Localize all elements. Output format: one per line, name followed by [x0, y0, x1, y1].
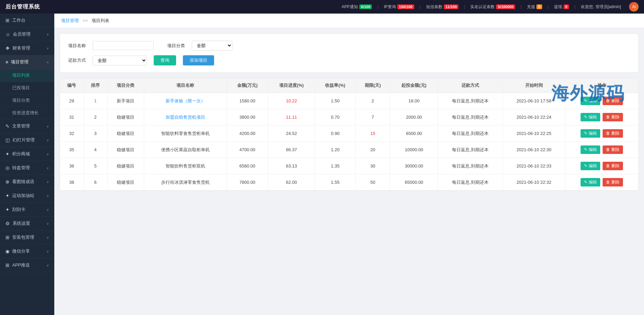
delete-button-4[interactable]: 🗑 删除 [603, 162, 623, 170]
cell-period-3: 20 [356, 142, 390, 158]
user-menu[interactable]: 欢迎您, 管理员[admin] [581, 4, 621, 10]
delete-button-1[interactable]: 🗑 删除 [603, 113, 623, 121]
table-row: 38 6 稳健项目 步行街冰淇淋零食售货机 7800.00 62.00 1.55… [60, 174, 638, 191]
table-row: 36 5 稳健项目 智能饮料售货柜双机 6580.00 63.13 1.35 3… [60, 158, 638, 174]
edit-button-0[interactable]: ✎ 编辑 [581, 97, 600, 105]
sidebar-sub-growth[interactable]: 投资进度增长 [0, 107, 54, 119]
sidebar-label-points: 积分商城 [12, 151, 46, 157]
col-actions: 操作 [565, 78, 638, 93]
page-content: 项目名称 项目分类 全部 新手项目 稳健项目 还款方式 全部 每日返息,到期还本… [54, 28, 644, 196]
cell-progress-0[interactable]: 10.22 [268, 93, 315, 109]
cell-period-5: 50 [356, 174, 390, 191]
query-button[interactable]: 查询 [154, 55, 176, 65]
points-icon: ✦ [5, 151, 10, 157]
turntable-arrow-icon: ∨ [46, 166, 49, 170]
add-project-button[interactable]: 添加项目 [183, 55, 214, 65]
cell-name-5: 步行街冰淇淋零食售货机 [144, 174, 227, 191]
sidebar-label-sports: 运动加油站 [12, 193, 46, 199]
cell-amount-0: 1580.00 [227, 93, 268, 109]
col-rate: 收益率(%) [315, 78, 355, 93]
sidebar-item-sports[interactable]: ✦ 运动加油站 ∨ [0, 189, 54, 203]
sidebar-sub-ended[interactable]: 已投项目 [0, 82, 54, 94]
cell-name-1[interactable]: 加盟自助售货机项目 [144, 109, 227, 125]
project-table-container: 海外源码 编号 排序 项目分类 项目名称 金额(万元) 项目进度(%) 收益率(… [60, 78, 639, 191]
filter-repay-label: 还款方式 [68, 57, 86, 63]
badge-withdraw: 0 [564, 4, 569, 9]
sidebar-label-finance: 财务管理 [13, 45, 46, 51]
filter-repay-select[interactable]: 全部 每日返息,到期还本 到期还本付息 [93, 56, 147, 65]
col-progress: 项目进度(%) [268, 78, 315, 93]
filter-category-select[interactable]: 全部 新手项目 稳健项目 [192, 41, 232, 51]
breadcrumb-parent[interactable]: 项目管理 [61, 18, 79, 23]
cell-id-1: 31 [60, 109, 83, 125]
cell-id-5: 38 [60, 174, 83, 191]
cell-rate-2: 0.90 [315, 125, 355, 142]
sidebar-item-slideshow[interactable]: ◫ 幻灯片管理 ∨ [0, 133, 54, 147]
sidebar-item-settings[interactable]: ⚙ 系统设置 ∨ [0, 217, 54, 231]
cell-repay-1: 每日返息,到期还本 [438, 109, 503, 125]
scratch-arrow-icon: ∨ [46, 208, 49, 212]
delete-button-3[interactable]: 🗑 删除 [603, 145, 623, 154]
sidebar-item-member[interactable]: ☺ 会员管理 ∨ [0, 27, 54, 41]
edit-button-5[interactable]: ✎ 编辑 [581, 178, 600, 186]
edit-button-3[interactable]: ✎ 编辑 [581, 145, 600, 154]
edit-button-2[interactable]: ✎ 编辑 [581, 129, 600, 138]
nav-withdraw-label: 提现 [554, 4, 562, 10]
sidebar-label-settings: 系统设置 [13, 220, 46, 227]
sidebar-item-picture-idiom[interactable]: ⊕ 看图猜成语 ∨ [0, 175, 54, 189]
cell-name-3: 便携小区果蔬自取柜单机 [144, 142, 227, 158]
sidebar-item-points[interactable]: ✦ 积分商城 ∨ [0, 147, 54, 161]
cell-sort-0[interactable]: 1 [83, 93, 107, 109]
edit-button-1[interactable]: ✎ 编辑 [581, 113, 600, 121]
sidebar-sub-project-list[interactable]: 项目列表 [0, 69, 54, 82]
delete-button-5[interactable]: 🗑 删除 [603, 178, 623, 186]
nav-ip-query: IP查询 100/100 [384, 4, 414, 10]
sidebar-item-article[interactable]: ✎ 文章管理 ∨ [0, 119, 54, 133]
cell-actions-2: ✎ 编辑 🗑 删除 [565, 125, 638, 142]
col-name: 项目名称 [144, 78, 227, 93]
col-id: 编号 [60, 78, 83, 93]
cell-period-2[interactable]: 15 [356, 125, 390, 142]
cell-category-0: 新手项目 [107, 93, 144, 109]
cell-min-invest-2: 6500.00 [390, 125, 438, 142]
sidebar-item-package[interactable]: ⊞ 安装包管理 ∨ [0, 231, 54, 244]
cell-name-0[interactable]: 新手体验（限一次） [144, 93, 227, 109]
sidebar-label-wechat: 微信分享 [12, 248, 46, 254]
delete-button-0[interactable]: 🗑 删除 [603, 97, 623, 105]
sidebar-sub-category[interactable]: 项目分类 [0, 94, 54, 107]
cell-period-0: 2 [356, 93, 390, 109]
sidebar-item-turntable[interactable]: ◎ 转盘管理 ∨ [0, 161, 54, 175]
badge-realname: 5/100000 [496, 4, 515, 9]
table-row: 32 3 稳健项目 智能饮料零食售货柜单机 4200.00 24.52 0.90… [60, 125, 638, 142]
cell-progress-4: 63.13 [268, 158, 315, 174]
col-repay: 还款方式 [438, 78, 503, 93]
main-content: 项目管理 >> 项目列表 项目名称 项目分类 全部 新手项目 稳健项目 还 [54, 14, 644, 315]
package-icon: ⊞ [5, 235, 10, 240]
cell-repay-5: 每日返息,到期还本 [438, 174, 503, 191]
sports-icon: ✦ [5, 193, 10, 198]
picture-idiom-arrow-icon: ∨ [46, 180, 49, 184]
cell-progress-1[interactable]: 11.11 [268, 109, 315, 125]
breadcrumb-separator: >> [83, 18, 88, 23]
edit-button-4[interactable]: ✎ 编辑 [581, 162, 600, 170]
sidebar-item-workbench[interactable]: ⊞ 工作台 [0, 14, 54, 27]
sidebar-item-scratch[interactable]: ✦ 刮刮卡 ∨ [0, 203, 54, 217]
settings-arrow-icon: ∨ [46, 222, 49, 225]
filter-box: 项目名称 项目分类 全部 新手项目 稳健项目 还款方式 全部 每日返息,到期还本… [60, 34, 639, 73]
member-arrow-icon: ∨ [46, 33, 49, 36]
top-nav-right: APP通知 6/100 | IP查询 100/100 | 短信条数 11/100… [342, 2, 639, 12]
sidebar-item-finance[interactable]: ❖ 财务管理 ∨ [0, 41, 54, 55]
scratch-icon: ✦ [5, 207, 10, 212]
project-icon: ≡ [5, 59, 8, 65]
badge-app-notify: 6/100 [359, 4, 372, 9]
delete-button-2[interactable]: 🗑 删除 [603, 129, 623, 138]
sidebar-item-app-push[interactable]: ⊞ APP推送 ∨ [0, 258, 54, 272]
table-header-row: 编号 排序 项目分类 项目名称 金额(万元) 项目进度(%) 收益率(%) 期限… [60, 78, 638, 93]
cell-id-0: 29 [60, 93, 83, 109]
filter-name-label: 项目名称 [68, 43, 86, 49]
filter-name-input[interactable] [93, 41, 154, 50]
sidebar-item-project[interactable]: ≡ 项目管理 ∧ [0, 55, 54, 69]
project-arrow-icon: ∧ [46, 60, 49, 64]
sidebar-item-wechat[interactable]: ◉ 微信分享 ∨ [0, 244, 54, 258]
avatar[interactable]: Ai [629, 2, 639, 12]
